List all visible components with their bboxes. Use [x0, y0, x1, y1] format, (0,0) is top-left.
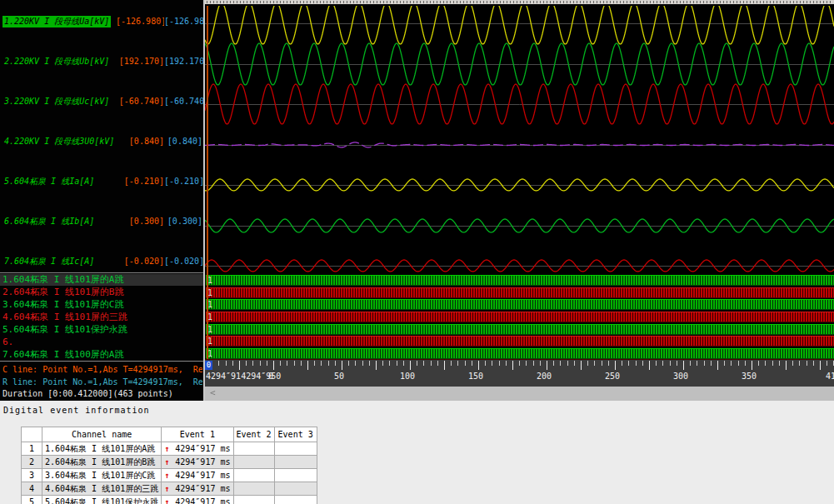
row-number: 3 — [22, 469, 42, 482]
table-row[interactable]: 4 4.604柘泉 I 线101屏的三跳 ↑4294″917 ms — [22, 482, 317, 496]
axis-tick-label: 150 — [468, 372, 483, 381]
time-axis-ruler[interactable]: 0 4294″914294″950 0 50 100 150 200 250 3… — [205, 359, 834, 387]
ref-value: [0.840] — [164, 136, 203, 147]
event2-header: Event 2 — [233, 427, 274, 442]
c-cursor-status: C line: Point No.=1,Abs T=4294917ms, Rel… — [2, 365, 202, 375]
channel-label: 3.220KV I 段母线Uc[kV] — [0, 96, 116, 107]
event2-cell — [233, 442, 274, 456]
table-row[interactable]: 3 3.604柘泉 I 线101屏的C跳 ↑4294″917 ms — [22, 469, 317, 482]
section-title: Digital event information — [3, 406, 150, 415]
ref-value: [-60.740] — [164, 96, 203, 107]
event1-cell: ↑4294″917 ms — [162, 469, 233, 482]
event1-cell: ↑4294″917 ms — [162, 456, 233, 469]
event3-cell — [274, 469, 317, 482]
channel-label: 7.604柘泉 I 线Ic[A] — [0, 256, 116, 267]
event3-cell — [274, 482, 317, 496]
digital-event-table: Channel name Event 1 Event 2 Event 3 1 1… — [21, 427, 317, 504]
ref-value: [192.170] — [164, 56, 203, 67]
axis-tick-label: 200 — [537, 372, 552, 381]
rising-edge-icon: ↑ — [164, 444, 169, 453]
analog-waveform-canvas[interactable] — [205, 6, 834, 274]
axis-tick-label: 350 — [742, 372, 757, 381]
axis-tick-label: 300 — [673, 372, 688, 381]
channel-label: 6.604柘泉 I 线Ib[A] — [0, 216, 116, 227]
cursor-value: [0.300] — [116, 216, 164, 227]
table-header-row: Channel name Event 1 Event 2 Event 3 — [22, 427, 317, 442]
event3-cell — [274, 496, 317, 504]
analog-channel-row-5[interactable]: 5.604柘泉 I 线Ia[A] [-0.210] [-0.210] — [0, 176, 203, 187]
event1-header: Event 1 — [162, 427, 233, 442]
axis-tick-label: 0 — [268, 372, 273, 381]
event3-cell — [274, 456, 317, 469]
analog-channel-row-2[interactable]: 2.220KV I 段母线Ub[kV] [192.170] [192.170] — [0, 56, 203, 67]
event-channel-name: 5.604柘泉 I 线101保护永跳 — [42, 496, 162, 504]
horizontal-scrollbar[interactable]: < — [205, 387, 834, 401]
channel-name-header: Channel name — [42, 427, 162, 442]
analog-channel-row-7[interactable]: 7.604柘泉 I 线Ic[A] [-0.020] [-0.020] — [0, 256, 203, 267]
cursor-value: [192.170] — [116, 56, 164, 67]
digital-trace-bar-5[interactable]: 1 — [206, 324, 834, 335]
digital-trace-bar-7[interactable]: 1 — [206, 348, 834, 359]
c-cursor-line[interactable] — [207, 6, 208, 359]
table-row[interactable]: 2 2.604柘泉 I 线101屏的B跳 ↑4294″917 ms — [22, 456, 317, 469]
row-number: 4 — [22, 482, 42, 496]
cursor-value: [-126.980] — [116, 16, 164, 27]
event-channel-name: 2.604柘泉 I 线101屏的B跳 — [42, 456, 162, 469]
event2-cell — [233, 456, 274, 469]
ref-value: [-0.020] — [164, 256, 203, 267]
waveform-panel[interactable]: 1 1 1 1 1 1 1 0 4294″914294″950 0 50 100… — [205, 4, 834, 401]
axis-tick-label: 250 — [605, 372, 620, 381]
digital-channel-row-4[interactable]: 4.604柘泉 I 线101屏的三跳 — [0, 312, 203, 323]
cursor-position-marker[interactable]: 0 — [205, 361, 212, 370]
r-cursor-status: R line: Point No.=1,Abs T=4294917ms, Rel… — [2, 377, 202, 387]
rising-edge-icon: ↑ — [164, 471, 169, 480]
event1-cell: ↑4294″917 ms — [162, 442, 233, 456]
channel-list-panel: 1.220KV I 段母线Ua[kV] [-126.980] [-126.980… — [0, 0, 205, 401]
digital-channel-row-6[interactable]: 6. — [0, 337, 203, 348]
digital-trace-bar-3[interactable]: 1 — [206, 299, 834, 310]
row-number: 1 — [22, 442, 42, 456]
event-time: 4294″917 ms — [175, 497, 230, 504]
cursor-value: [-0.020] — [116, 256, 164, 267]
event-time: 4294″917 ms — [175, 484, 230, 493]
ref-value: [0.300] — [164, 216, 203, 227]
table-row[interactable]: 1 1.604柘泉 I 线101屏的A跳 ↑4294″917 ms — [22, 442, 317, 456]
section-divider — [0, 361, 203, 362]
digital-trace-bar-4[interactable]: 1 — [206, 312, 834, 322]
channel-label: 4.220KV I 段母线3U0[kV] — [0, 136, 116, 147]
event1-cell: ↑4294″917 ms — [162, 482, 233, 496]
cursor-value: [-0.210] — [116, 176, 164, 187]
rising-edge-icon: ↑ — [164, 484, 169, 493]
section-divider — [0, 272, 203, 273]
event-time: 4294″917 ms — [175, 444, 230, 453]
digital-channel-row-5[interactable]: 5.604柘泉 I 线101保护永跳 — [0, 324, 203, 336]
digital-trace-bar-6[interactable]: 1 — [206, 336, 834, 347]
channel-label: 1.220KV I 段母线Ua[kV] — [0, 16, 116, 27]
analog-channel-row-4[interactable]: 4.220KV I 段母线3U0[kV] [0.840] [0.840] — [0, 136, 203, 147]
row-number: 2 — [22, 456, 42, 469]
event2-cell — [233, 496, 274, 504]
digital-channel-row-2[interactable]: 2.604柘泉 I 线101屏的B跳 — [0, 287, 203, 298]
digital-trace-bar-1[interactable]: 1 — [206, 275, 834, 286]
analog-channel-row-3[interactable]: 3.220KV I 段母线Uc[kV] [-60.740] [-60.740] — [0, 96, 203, 107]
digital-channel-row-7[interactable]: 7.604柘泉 I 线100屏的A跳 — [0, 349, 203, 360]
digital-channel-row-3[interactable]: 3.604柘泉 I 线101屏的C跳 — [0, 299, 203, 311]
event-time: 4294″917 ms — [175, 457, 230, 467]
rising-edge-icon: ↑ — [164, 457, 169, 467]
analog-channel-row-1[interactable]: 1.220KV I 段母线Ua[kV] [-126.980] [-126.980… — [0, 16, 203, 27]
row-number-header — [22, 427, 42, 442]
table-row[interactable]: 5 5.604柘泉 I 线101保护永跳 ↑4294″917 ms — [22, 496, 317, 504]
analog-channel-row-6[interactable]: 6.604柘泉 I 线Ib[A] [0.300] [0.300] — [0, 216, 203, 227]
rising-edge-icon: ↑ — [164, 497, 169, 504]
digital-trace-bar-2[interactable]: 1 — [206, 287, 834, 298]
digital-event-section: Digital event information Channel name E… — [0, 401, 834, 504]
digital-channel-row-1[interactable]: 1.604柘泉 I 线101屏的A跳 — [0, 274, 203, 286]
ref-value: [-0.210] — [164, 176, 203, 187]
cursor-value: [0.840] — [116, 136, 164, 147]
event3-cell — [274, 442, 317, 456]
event-channel-name: 4.604柘泉 I 线101屏的三跳 — [42, 482, 162, 496]
scroll-left-arrow-icon[interactable]: < — [210, 387, 216, 398]
event-channel-name: 1.604柘泉 I 线101屏的A跳 — [42, 442, 162, 456]
event-time: 4294″917 ms — [175, 471, 230, 480]
oscillograph-app: 1.220KV I 段母线Ua[kV] [-126.980] [-126.980… — [0, 0, 834, 504]
